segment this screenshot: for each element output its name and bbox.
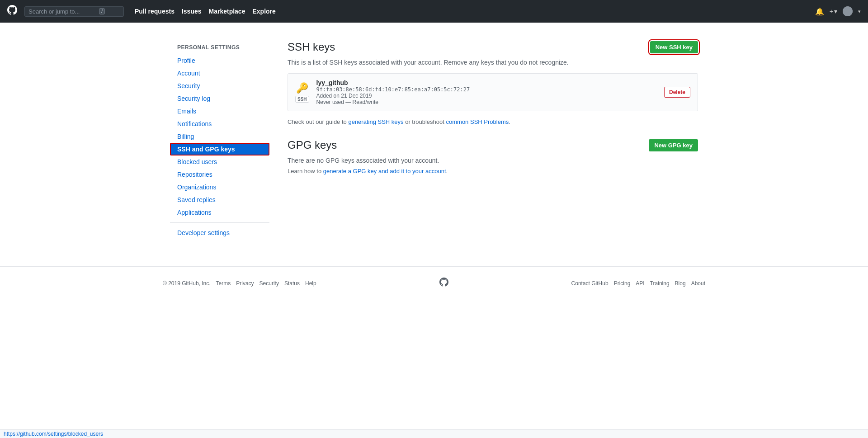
- sidebar-item-applications[interactable]: Applications: [170, 206, 269, 219]
- sidebar-link-account[interactable]: Account: [170, 67, 269, 80]
- ssh-key-details: lyy_github 9f:fa:03:8e:58:6d:f4:10:e7:85…: [316, 79, 657, 105]
- top-navigation: / Pull requests Issues Marketplace Explo…: [0, 0, 868, 23]
- sidebar-link-repositories[interactable]: Repositories: [170, 168, 269, 181]
- gpg-keys-section: GPG keys New GPG key There are no GPG ke…: [288, 139, 698, 174]
- plus-icon: +: [830, 8, 833, 15]
- topnav-pull-requests[interactable]: Pull requests: [135, 8, 175, 15]
- sidebar-section-label: Personal settings: [170, 41, 269, 54]
- gpg-learn-link[interactable]: generate a GPG key and add it to your ac…: [323, 168, 446, 174]
- generating-ssh-keys-link[interactable]: generating SSH keys: [348, 118, 403, 125]
- plus-dropdown-icon: ▾: [834, 8, 837, 15]
- sidebar-link-developer-settings[interactable]: Developer settings: [170, 226, 269, 239]
- sidebar-link-profile[interactable]: Profile: [170, 54, 269, 67]
- sidebar-link-saved-replies[interactable]: Saved replies: [170, 193, 269, 206]
- github-logo-icon[interactable]: [7, 5, 17, 18]
- delete-ssh-key-button[interactable]: Delete: [664, 87, 690, 98]
- footer-link-privacy[interactable]: Privacy: [236, 280, 254, 287]
- topnav-issues[interactable]: Issues: [182, 8, 202, 15]
- page-footer: © 2019 GitHub, Inc. Terms Privacy Securi…: [0, 266, 868, 300]
- main-content: SSH keys New SSH key This is a list of S…: [288, 41, 698, 239]
- sidebar-item-organizations[interactable]: Organizations: [170, 181, 269, 193]
- ssh-key-usage: Never used — Read/write: [316, 99, 657, 105]
- ssh-keys-section: SSH keys New SSH key This is a list of S…: [288, 41, 698, 125]
- ssh-key-added: Added on 21 Dec 2019: [316, 93, 657, 99]
- ssh-badge: SSH: [295, 96, 309, 103]
- footer-link-status[interactable]: Status: [284, 280, 300, 287]
- topnav-links: Pull requests Issues Marketplace Explore: [135, 8, 276, 15]
- ssh-section-description: This is a list of SSH keys associated wi…: [288, 59, 698, 66]
- new-ssh-key-button[interactable]: New SSH key: [650, 41, 698, 53]
- sidebar-link-applications[interactable]: Applications: [170, 206, 269, 219]
- gpg-section-description: There are no GPG keys associated with yo…: [288, 157, 698, 164]
- footer-right: Contact GitHub Pricing API Training Blog…: [571, 280, 705, 287]
- sidebar-link-ssh-gpg[interactable]: SSH and GPG keys: [170, 143, 269, 155]
- new-item-button[interactable]: + ▾: [830, 8, 837, 15]
- footer-link-blog[interactable]: Blog: [675, 280, 686, 287]
- ssh-guide-text: Check out our guide to generating SSH ke…: [288, 118, 698, 125]
- search-box[interactable]: /: [24, 6, 124, 17]
- search-input[interactable]: [28, 8, 96, 15]
- sidebar-item-ssh-gpg[interactable]: SSH and GPG keys: [170, 143, 269, 155]
- ssh-key-name: lyy_github: [316, 79, 657, 86]
- gpg-section-header: GPG keys New GPG key: [288, 139, 698, 151]
- sidebar-item-profile[interactable]: Profile: [170, 54, 269, 67]
- sidebar-item-blocked-users[interactable]: Blocked users: [170, 155, 269, 168]
- sidebar-link-security[interactable]: Security: [170, 80, 269, 92]
- ssh-key-item: 🔑 SSH lyy_github 9f:fa:03:8e:58:6d:f4:10…: [288, 74, 698, 111]
- sidebar-link-billing[interactable]: Billing: [170, 130, 269, 143]
- statusbar: https://github.com/settings/blocked_user…: [0, 429, 868, 438]
- common-ssh-problems-link[interactable]: common SSH Problems: [446, 118, 509, 125]
- sidebar-item-notifications[interactable]: Notifications: [170, 118, 269, 130]
- ssh-key-icon-group: 🔑 SSH: [295, 82, 309, 103]
- footer-link-pricing[interactable]: Pricing: [614, 280, 631, 287]
- ssh-key-fingerprint: 9f:fa:03:8e:58:6d:f4:10:e7:85:ea:a7:05:5…: [316, 86, 657, 93]
- search-shortcut: /: [99, 8, 105, 14]
- sidebar-item-security-log[interactable]: Security log: [170, 92, 269, 105]
- gpg-learn-text: Learn how to generate a GPG key and add …: [288, 168, 698, 174]
- footer-link-terms[interactable]: Terms: [216, 280, 231, 287]
- footer-link-api[interactable]: API: [636, 280, 644, 287]
- sidebar-item-saved-replies[interactable]: Saved replies: [170, 193, 269, 206]
- sidebar-link-security-log[interactable]: Security log: [170, 92, 269, 105]
- gpg-section-title: GPG keys: [288, 139, 337, 151]
- key-icon: 🔑: [296, 82, 308, 94]
- ssh-section-header: SSH keys New SSH key: [288, 41, 698, 53]
- footer-link-about[interactable]: About: [691, 280, 705, 287]
- footer-inner: © 2019 GitHub, Inc. Terms Privacy Securi…: [163, 278, 705, 289]
- topnav-right-actions: 🔔 + ▾ ▾: [815, 6, 861, 16]
- new-ssh-key-button-wrapper: New SSH key: [650, 41, 698, 53]
- settings-sidebar: Personal settings Profile Account Securi…: [170, 41, 269, 239]
- statusbar-url: https://github.com/settings/blocked_user…: [4, 431, 103, 437]
- footer-link-security[interactable]: Security: [259, 280, 279, 287]
- footer-link-contact-github[interactable]: Contact GitHub: [571, 280, 609, 287]
- topnav-explore[interactable]: Explore: [252, 8, 275, 15]
- sidebar-link-organizations[interactable]: Organizations: [170, 181, 269, 193]
- sidebar-item-repositories[interactable]: Repositories: [170, 168, 269, 181]
- footer-copyright: © 2019 GitHub, Inc.: [163, 280, 211, 287]
- page-layout: Personal settings Profile Account Securi…: [163, 23, 705, 239]
- sidebar-item-security[interactable]: Security: [170, 80, 269, 92]
- ssh-key-list: 🔑 SSH lyy_github 9f:fa:03:8e:58:6d:f4:10…: [288, 73, 698, 111]
- topnav-marketplace[interactable]: Marketplace: [209, 8, 245, 15]
- sidebar-item-account[interactable]: Account: [170, 67, 269, 80]
- avatar-dropdown-icon[interactable]: ▾: [858, 9, 861, 14]
- ssh-section-title: SSH keys: [288, 41, 335, 53]
- sidebar-item-emails[interactable]: Emails: [170, 105, 269, 118]
- user-avatar[interactable]: [843, 6, 853, 16]
- sidebar-divider: [170, 222, 269, 223]
- footer-link-help[interactable]: Help: [305, 280, 316, 287]
- footer-github-logo: [439, 278, 448, 289]
- sidebar-link-emails[interactable]: Emails: [170, 105, 269, 118]
- sidebar-link-blocked-users[interactable]: Blocked users: [170, 155, 269, 168]
- notifications-bell-icon[interactable]: 🔔: [815, 7, 824, 16]
- sidebar-nav: Profile Account Security Security log Em…: [170, 54, 269, 219]
- sidebar-item-billing[interactable]: Billing: [170, 130, 269, 143]
- footer-link-training[interactable]: Training: [650, 280, 670, 287]
- sidebar-link-notifications[interactable]: Notifications: [170, 118, 269, 130]
- footer-left: © 2019 GitHub, Inc. Terms Privacy Securi…: [163, 280, 316, 287]
- new-gpg-key-button[interactable]: New GPG key: [649, 139, 698, 151]
